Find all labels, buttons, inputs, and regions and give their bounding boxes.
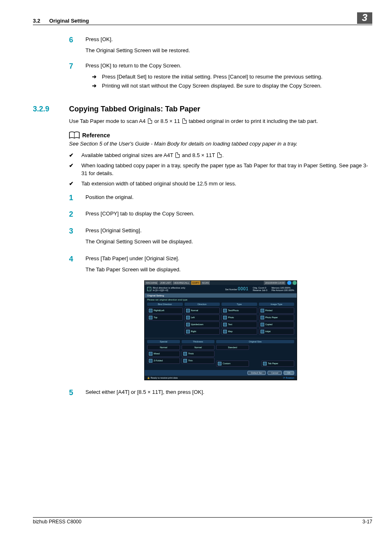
shot-btn-default-set[interactable]: Default Set [247,371,266,375]
check-icon: ✔ [69,152,81,160]
shot-tab-scan[interactable]: SCAN [201,281,211,285]
shot-btn-th-thin[interactable]: Thin [182,358,214,364]
shot-status-ready: 🔒 Ready to receive print data [147,377,178,379]
shot-col-direction: Direction [184,303,220,306]
info-icon: i [147,287,151,291]
custom-icon [218,362,221,365]
step-1-text: Position the original. [85,194,372,201]
step-2-text: Press [COPY] tab to display the Copy Scr… [85,210,372,218]
shot-btn-dir-left[interactable]: Left [184,314,220,321]
step-number-2: 2 [69,210,85,221]
book-icon [69,131,80,139]
shot-btn-type-text[interactable]: Text [221,321,257,328]
shot-btn-size-standard[interactable]: Standard [216,345,249,350]
shot-tab-machine[interactable]: MACHINE [145,281,159,285]
reference-heading: Reference [69,131,372,139]
portrait-page-icon [182,118,187,124]
binder-icon [149,316,152,319]
shot-btn-sp-mixed[interactable]: Mixed [147,351,180,357]
arrow-icon: ➔ [92,82,102,90]
portrait-page-icon [175,153,180,158]
step-7-arrow-1: Press [Default Set] to restore the initi… [102,73,323,81]
shot-tab-joblist[interactable]: JOB LIST [159,281,173,285]
shot-set-number: Set Number 0001 [225,287,249,291]
step-number-3: 3 [69,227,85,249]
shot-datetime: 2010/04/04 14:00 [264,281,286,285]
shot-btn-bind-top[interactable]: Top [147,314,183,321]
step-number-6: 6 [69,36,85,58]
shot-btn-type-textphoto[interactable]: Text/Photo [221,308,257,314]
chapter-badge: 3 [357,12,372,24]
shot-btn-img-photopaper[interactable]: Photo Paper [259,314,295,321]
shot-btn-dir-right[interactable]: Right [184,328,220,335]
binder-icon [149,309,152,312]
orient-icon [186,323,190,326]
img-icon [261,323,264,326]
check-3: Tab extension width of tabbed original s… [81,180,236,188]
shot-btn-th-normal[interactable]: Normal [182,345,214,350]
type-icon [223,323,227,326]
orient-icon [186,316,190,319]
step-3-text-2: The Original Setting Screen will be disp… [85,238,372,246]
shot-btn-img-inkjet[interactable]: Inkjet [259,328,295,335]
shot-btn-sp-normal[interactable]: Normal [147,345,180,350]
portrait-page-icon [148,118,152,124]
check-1: Available tabbed original sizes are A4T … [81,152,224,160]
shot-btn-type-photo[interactable]: Photo [221,314,257,321]
embedded-screenshot: MACHINE JOB LIST HDD/RECALL COPY SCAN 20… [144,280,297,380]
footer-product: bizhub PRESS C8000 [33,519,81,525]
shot-btn-ok[interactable]: OK [284,371,294,375]
arrow-icon: ➔ [92,73,102,81]
header-section-title: Original Setting [49,18,89,24]
check-icon: ✔ [69,162,81,170]
step-number-1: 1 [69,194,85,205]
portrait-page-icon [217,153,221,158]
step-number-4: 4 [69,255,85,277]
zfold-icon [149,359,152,363]
shot-col-origsize: Original Size [216,340,294,343]
shot-btn-img-printed[interactable]: Printed [259,308,295,314]
shot-tab-copy[interactable]: COPY [191,281,201,285]
step-6-text-1: Press [OK]. [85,36,372,44]
check-2: When loading tabbed copy paper in a tray… [81,162,372,178]
thick-icon [183,352,187,356]
shot-col-special: Special [147,340,180,343]
step-number-7: 7 [69,62,85,92]
shot-rotation: ⟳ Rotation [283,377,294,379]
shot-btn-size-tabpaper[interactable]: Tab Paper [261,361,294,367]
shot-col-imagetype: Image Type [259,303,295,306]
shot-btn-size-custom[interactable]: Custom [216,361,249,367]
step-7-arrow-2: Printing will not start without the Copy… [102,82,322,90]
shot-tab-recall[interactable]: HDD/RECALL [173,281,191,285]
shot-btn-dir-normal[interactable]: Normal [184,308,220,314]
subsection-intro: Use Tab Paper mode to scan A4 or 8.5 × 1… [69,118,372,125]
thin-icon [183,359,187,363]
type-icon [223,316,227,319]
shot-col-type: Type [221,303,257,306]
shot-message: Bind direction is effective only in [2->… [153,287,185,291]
shot-btn-th-thick[interactable]: Thick [182,351,214,357]
help-icon[interactable] [287,281,291,285]
check-icon: ✔ [69,180,81,188]
shot-memory: Memory 100.000% File Amount 100.000% [272,287,294,291]
shot-btn-bind-rightleft[interactable]: Right&Left [147,308,183,314]
type-icon [223,309,227,312]
shot-btn-dir-upsidedown[interactable]: Upsidedown [184,321,220,328]
step-number-5: 5 [69,388,85,400]
step-6-text-2: The Original Setting Screen will be rest… [85,47,372,55]
reference-text: See Section 5 of the User's Guide - Main… [69,140,372,148]
shot-instruction: Please set original direction and type [145,298,297,302]
tabpaper-icon [263,362,267,365]
shot-orig-count: Orig. Count 0 Reserve Job 0 [253,287,267,291]
img-icon [261,330,264,333]
shot-btn-type-map[interactable]: Map [221,328,257,335]
shot-btn-img-copied[interactable]: Copied [259,321,295,328]
access-icon[interactable] [293,281,297,285]
step-5-text: Select either [A4T] or [8.5 × 11T], then… [85,388,372,396]
shot-tabs: MACHINE JOB LIST HDD/RECALL COPY SCAN 20… [145,281,297,285]
step-4-text-1: Press [Tab Paper] under [Original Size]. [85,255,372,263]
shot-btn-sp-zfold[interactable]: Z-Folded [147,358,180,364]
shot-btn-cancel[interactable]: Cancel [267,371,282,375]
running-header: 3.2 Original Setting [33,18,89,24]
img-icon [261,316,264,319]
